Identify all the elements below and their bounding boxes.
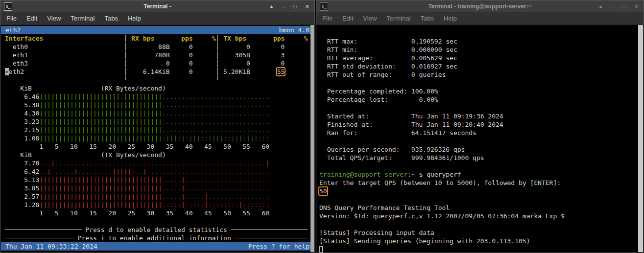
minimize-button[interactable]: – <box>611 4 614 9</box>
terminal-line: 1 5 10 15 20 25 30 35 40 45 50 55 60 <box>1 209 314 217</box>
terminal-line: 6.42..|......|.........|||||...|........… <box>1 167 314 176</box>
menu-item-help[interactable]: Help <box>439 15 462 22</box>
menu-item-view[interactable]: View <box>42 15 66 22</box>
scrollbar[interactable] <box>310 25 314 252</box>
prompt-user: training@support-server <box>319 171 407 178</box>
menu-item-file[interactable]: File <box>317 15 337 22</box>
terminal-line: 5.13||||||||||||||||||||||||||||||||....… <box>1 176 314 184</box>
bmon-version: bmon 4.0 <box>279 26 310 34</box>
terminal-line: 4.30||||||||||||||||||||||||||||||||....… <box>1 109 314 117</box>
menu-item-help[interactable]: Help <box>123 15 146 22</box>
terminal-line: Enter the target QPS (between 10 to 5000… <box>319 179 643 187</box>
shade-button[interactable]: ▲ <box>598 4 603 9</box>
menu-bar: FileEditViewTerminalTabsHelp <box>316 12 644 25</box>
terminal-cursor <box>319 246 323 253</box>
terminal-line <box>319 220 643 229</box>
annotation-highlight: 50 <box>319 187 327 195</box>
terminal-line: Ran for: 64.151417 seconds <box>319 129 643 137</box>
terminal-line <box>319 79 643 87</box>
terminal-line <box>319 104 643 112</box>
terminal-line <box>319 162 643 170</box>
menu-item-edit[interactable]: Edit <box>337 15 358 22</box>
terminal-line: eth0 │ 88B 0 │ 0 0 <box>1 43 314 51</box>
terminal-line: 7.70...|................................… <box>1 159 314 167</box>
terminal-line: RTT max: 0.190592 sec <box>319 37 643 46</box>
window-title: Terminal - training@support-server:~ <box>428 3 531 10</box>
menu-item-file[interactable]: File <box>1 15 22 22</box>
terminal-window-queryperf: $_ Terminal - training@support-server:~ … <box>316 0 644 253</box>
terminal-line: KiB (TX Bytes/second) <box>1 151 314 159</box>
terminal-line: 2.15||||||||||||||||||||||||||||||||....… <box>1 126 314 134</box>
menu-item-tabs[interactable]: Tabs <box>415 15 438 22</box>
terminal-content[interactable]: eth2 bmon 4.0 Interfaces │ RX bps pps %│… <box>1 25 314 252</box>
terminal-line <box>319 29 643 37</box>
terminal-line: Percentage completed: 100.00% <box>319 87 643 95</box>
scrollbar[interactable] <box>638 25 643 252</box>
menu-item-edit[interactable]: Edit <box>22 15 42 22</box>
bmon-selected-interface: eth2 <box>5 26 21 34</box>
terminal-line: eth1 │ 780B 0 │ 305B 3 <box>1 51 314 59</box>
close-button[interactable]: ✕ <box>634 4 639 9</box>
terminal-line <box>319 245 643 253</box>
terminal-line: Queries per second: 935.926326 qps <box>319 145 643 154</box>
terminal-line: 5.38||||||||||||||||||||||||||||||||....… <box>1 101 314 109</box>
terminal-line: 1 5 10 15 20 25 30 35 40 45 50 55 60 <box>1 142 314 151</box>
terminal-line: 6.46|||||||||||||||||||||.||||||||||....… <box>1 92 314 101</box>
terminal-line: Total QPS/target: 999.984361/1000 qps <box>319 154 643 162</box>
terminal-window-bmon: $_ Terminal - ▲ – □ ✕ FileEditViewTermin… <box>0 0 315 253</box>
terminal-line: >eth2 │ 6.14KiB 0 │ 5.20KiB 55 <box>1 68 314 76</box>
menu-item-view[interactable]: View <box>358 15 382 22</box>
terminal-line: 2.57||||||||||||||||||||||||||||||||....… <box>1 192 314 201</box>
terminal-line: 1.28||||||||||||||||||||||||||||||||::::… <box>1 201 314 209</box>
bmon-screen: Interfaces │ RX bps pps %│ TX bps pps % … <box>1 34 314 242</box>
terminal-line: KiB (RX Bytes/second) <box>1 84 314 92</box>
terminal-line: training@support-server:~ $ queryperf <box>319 170 643 179</box>
terminal-line: RTT average: 0.005629 sec <box>319 54 643 62</box>
menu-bar: FileEditViewTerminalTabsHelp <box>0 12 314 25</box>
bmon-header-bar: eth2 bmon 4.0 <box>1 26 314 34</box>
terminal-line: RTT min: 0.000090 sec <box>319 46 643 54</box>
menu-item-terminal[interactable]: Terminal <box>66 15 99 22</box>
terminal-line: Percentage lost: 0.00% <box>319 95 643 104</box>
terminal-line <box>319 137 643 145</box>
title-bar[interactable]: $_ Terminal - ▲ – □ ✕ <box>0 0 314 12</box>
terminal-line: RTT std deviation: 0.016927 sec <box>319 62 643 70</box>
status-help-hint: Press ? for help <box>248 242 310 251</box>
terminal-line <box>319 195 643 204</box>
terminal-line: ────────────────── Press i to enable add… <box>1 234 314 242</box>
terminal-line: Finished at: Thu Jan 11 09:20:40 2024 <box>319 120 643 129</box>
terminal-app-icon[interactable]: $_ <box>4 2 12 11</box>
menu-item-terminal[interactable]: Terminal <box>382 15 415 22</box>
terminal-line: Version: $Id: queryperf.c,v 1.12 2007/09… <box>319 212 643 220</box>
terminal-line: 1.08||||||||||||||||||||||||||||||||:|||… <box>1 134 314 142</box>
title-bar[interactable]: $_ Terminal - training@support-server:~ … <box>316 0 644 12</box>
status-date: Thu Jan 11 09:33:22 2024 <box>5 242 97 251</box>
maximize-button[interactable]: □ <box>293 4 297 9</box>
window-title: Terminal - <box>143 3 171 10</box>
terminal-line: 50 <box>319 187 643 195</box>
terminal-line: ───────────────────────────────┴────────… <box>1 76 314 84</box>
annotation-highlight: 55 <box>277 68 285 75</box>
maximize-button[interactable]: □ <box>622 4 626 9</box>
terminal-line: 3.23||||||||||||||||||||||||||||||||....… <box>1 117 314 126</box>
terminal-line: DNS Query Performance Testing Tool <box>319 204 643 212</box>
close-button[interactable]: ✕ <box>305 4 310 9</box>
menu-item-tabs[interactable]: Tabs <box>99 15 122 22</box>
terminal-line: [Status] Processing input data <box>319 229 643 237</box>
terminal-line: Interfaces │ RX bps pps %│ TX bps pps % <box>1 34 314 43</box>
shade-button[interactable]: ▲ <box>269 4 274 9</box>
terminal-line: ──────────────────── Press d to enable d… <box>1 226 314 234</box>
terminal-content[interactable]: RTT max: 0.190592 sec RTT min: 0.000090 … <box>317 25 643 252</box>
minimize-button[interactable]: – <box>282 4 285 9</box>
terminal-line <box>1 217 314 226</box>
terminal-line: eth3 │ 0 0 │ 0 0 <box>1 59 314 68</box>
terminal-line: [Status] Sending queries (beginning with… <box>319 237 643 245</box>
terminal-line: Started at: Thu Jan 11 09:19:36 2024 <box>319 112 643 120</box>
selection-marker: > <box>5 68 9 75</box>
terminal-line: RTT out of range: 0 queries <box>319 70 643 79</box>
bmon-status-bar: Thu Jan 11 09:33:22 2024 Press ? for hel… <box>1 242 314 251</box>
terminal-line: 3.85||||||||||||||||||||||||||||||||....… <box>1 184 314 192</box>
terminal-app-icon[interactable]: $_ <box>320 2 328 11</box>
